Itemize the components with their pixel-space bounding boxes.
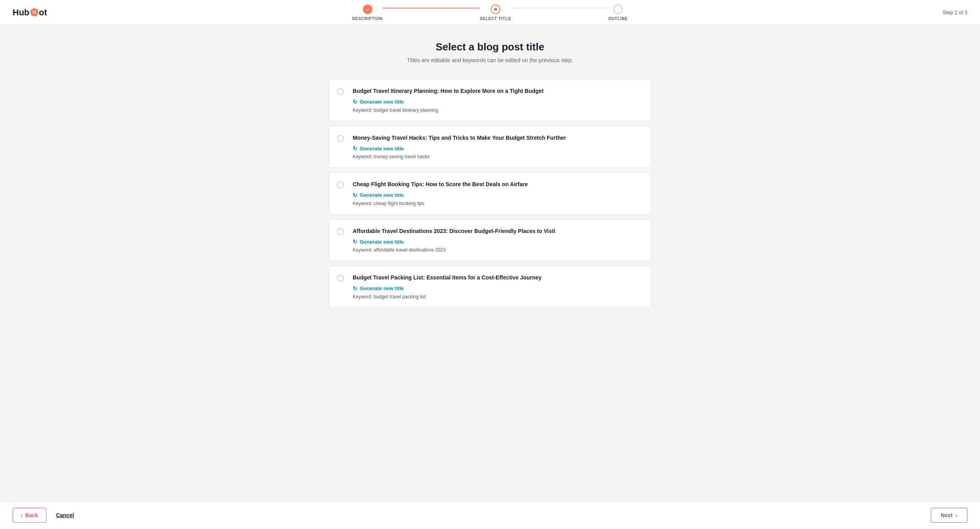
svg-rect-2 [34,8,35,10]
title-card-3[interactable]: Cheap Flight Booking Tips: How to Score … [329,172,651,215]
checkmark-icon: ✓ [366,6,370,12]
refresh-icon-1: ↻ [353,99,357,105]
generate-new-title-btn-4[interactable]: ↻ Generate new title [353,239,404,245]
svg-rect-3 [34,15,35,16]
generate-label-3: Generate new title [360,192,404,198]
radio-button-3[interactable] [337,181,344,189]
generate-new-title-btn-5[interactable]: ↻ Generate new title [353,285,404,292]
radio-wrapper-3[interactable] [337,181,344,189]
card-keyword-2: Keyword: money-saving travel hacks [353,154,642,159]
refresh-icon-4: ↻ [353,239,357,245]
generate-label-5: Generate new title [360,285,404,291]
radio-wrapper-5[interactable] [337,275,344,282]
refresh-icon-3: ↻ [353,192,357,198]
radio-wrapper-2[interactable] [337,135,344,142]
next-label: Next [941,512,952,518]
svg-point-10 [33,11,35,13]
radio-button-2[interactable] [337,135,344,142]
logo-spot: ot [39,7,47,18]
svg-rect-5 [37,12,38,13]
generate-new-title-btn-2[interactable]: ↻ Generate new title [353,145,404,152]
cancel-button[interactable]: Cancel [56,512,74,518]
card-title-2: Money-Saving Travel Hacks: Tips and Tric… [353,134,642,142]
step-label-outline: OUTLINE [608,16,628,20]
generate-label-2: Generate new title [360,146,404,152]
generate-new-title-btn-1[interactable]: ↻ Generate new title [353,99,404,105]
logo-hub: Hub [13,7,30,18]
title-card-1[interactable]: Budget Travel Itinerary Planning: How to… [329,79,651,121]
step-label-select-title: SELECT TITLE [480,16,511,20]
active-dot [494,7,497,11]
step-indicator: Step 2 of 3 [943,9,967,15]
card-keyword-4: Keyword: affordable travel destinations … [353,247,642,253]
card-keyword-3: Keyword: cheap flight booking tips [353,201,642,206]
progress-stepper: ✓ DESCRIPTION SELECT TITLE OUTLINE [352,4,628,20]
svg-rect-4 [30,12,32,13]
step-circle-select-title [491,4,500,14]
footer-left: ‹ Back Cancel [13,508,74,523]
radio-button-4[interactable] [337,228,344,235]
title-card-5[interactable]: Budget Travel Packing List: Essential It… [329,266,651,308]
step-outline: OUTLINE [608,4,628,20]
sprocket-icon [30,8,39,17]
card-title-5: Budget Travel Packing List: Essential It… [353,274,642,282]
card-keyword-1: Keyword: budget travel itinerary plannin… [353,107,642,113]
footer: ‹ Back Cancel Next › [0,501,980,529]
page-title: Select a blog post title [436,41,544,53]
chevron-right-icon: › [956,512,958,518]
radio-wrapper-1[interactable] [337,88,344,95]
step-label-description: DESCRIPTION [352,16,383,20]
step-line-1 [383,8,480,9]
card-title-3: Cheap Flight Booking Tips: How to Score … [353,181,642,189]
step-circle-outline [613,4,623,14]
card-keyword-5: Keyword: budget travel packing list [353,294,642,300]
radio-button-1[interactable] [337,88,344,95]
refresh-icon-5: ↻ [353,285,357,292]
generate-label-1: Generate new title [360,99,404,105]
chevron-left-icon: ‹ [21,512,23,518]
page-subtitle: Titles are editable and keywords can be … [407,57,573,63]
hubspot-logo: Hub ot [13,7,47,18]
refresh-icon-2: ↻ [353,145,357,152]
step-description: ✓ DESCRIPTION [352,4,383,20]
main-content: Select a blog post title Titles are edit… [0,25,980,529]
card-title-1: Budget Travel Itinerary Planning: How to… [353,87,642,95]
step-circle-description: ✓ [363,4,372,14]
title-card-2[interactable]: Money-Saving Travel Hacks: Tips and Tric… [329,126,651,168]
back-label: Back [25,512,38,518]
generate-label-4: Generate new title [360,239,404,245]
back-button[interactable]: ‹ Back [13,508,46,523]
step-select-title: SELECT TITLE [480,4,511,20]
radio-button-5[interactable] [337,275,344,282]
title-cards-container: Budget Travel Itinerary Planning: How to… [329,79,651,308]
header: Hub ot ✓ DESCRIPTION [0,0,980,25]
step-line-2 [511,8,608,9]
next-button[interactable]: Next › [931,508,967,523]
title-card-4[interactable]: Affordable Travel Destinations 2023: Dis… [329,219,651,261]
radio-wrapper-4[interactable] [337,228,344,235]
generate-new-title-btn-3[interactable]: ↻ Generate new title [353,192,404,198]
card-title-4: Affordable Travel Destinations 2023: Dis… [353,228,642,235]
